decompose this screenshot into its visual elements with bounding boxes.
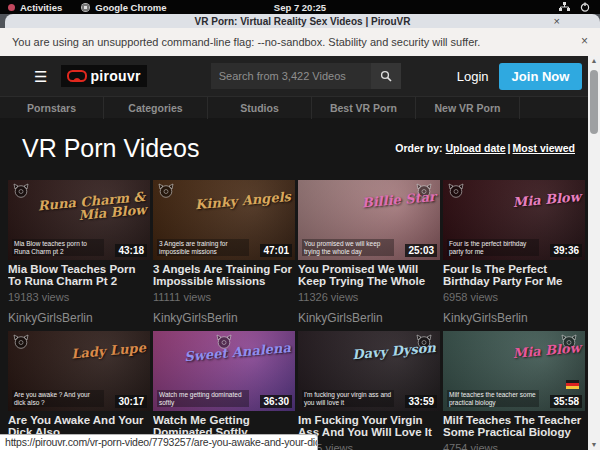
browser-tab[interactable]: VR Porn: Virtual Reality Sex Videos | Pi… xyxy=(5,14,600,28)
nav-item-categories[interactable]: Categories xyxy=(104,97,208,119)
video-card[interactable]: Runa Charm & Mia Blow Mia Blow teaches p… xyxy=(8,180,150,325)
video-thumbnail[interactable]: Davy Dyson I'm fucking your virgin ass a… xyxy=(298,331,440,411)
join-now-button[interactable]: Join Now xyxy=(499,63,583,90)
vr-headset-icon xyxy=(67,70,87,82)
nav-item-new-vr-porn[interactable]: New VR Porn xyxy=(416,97,520,119)
warning-text: You are using an unsupported command-lin… xyxy=(12,36,480,48)
video-card[interactable]: Sweet Analena Watch me getting dominated… xyxy=(153,331,295,450)
tab-close-icon[interactable]: × xyxy=(554,15,560,27)
order-by: Order by: Upload date|Most viewed xyxy=(395,142,575,154)
page-scrollbar[interactable]: ▲ ▼ xyxy=(588,56,600,450)
tab-title: VR Porn: Virtual Reality Sex Videos | Pi… xyxy=(195,16,411,27)
video-card[interactable]: Mia Blow Milf teaches the teacher some p… xyxy=(443,331,585,450)
video-thumbnail[interactable]: Mia Blow Milf teaches the teacher some p… xyxy=(443,331,585,411)
video-views: 4754 views xyxy=(443,442,585,450)
video-thumbnail[interactable]: Mia Blow Four is the perfect birthday pa… xyxy=(443,180,585,260)
search-box xyxy=(211,63,401,89)
video-title-link[interactable]: 3 Angels Are Training For Impossible Mis… xyxy=(153,263,295,287)
search-icon xyxy=(380,70,392,82)
order-by-most-viewed-link[interactable]: Most viewed xyxy=(513,142,575,154)
video-views: 19183 views xyxy=(8,291,150,303)
site-header: ☰ pirouvr Login Join Now xyxy=(0,56,600,96)
video-card[interactable]: Billie Star You promised we will keep tr… xyxy=(298,180,440,325)
system-top-bar: Activities Google Chrome Sep 7 20:25 xyxy=(0,0,600,14)
studio-watermark-icon xyxy=(158,183,174,198)
video-grid: Runa Charm & Mia Blow Mia Blow teaches p… xyxy=(8,180,585,450)
german-flag-icon xyxy=(566,380,579,389)
duration-badge: 47:01 xyxy=(260,244,292,257)
order-by-separator: | xyxy=(506,142,513,154)
duration-badge: 36:30 xyxy=(260,395,292,408)
studio-watermark-icon xyxy=(448,183,464,198)
video-title-link[interactable]: Four Is The Perfect Birthday Party For M… xyxy=(443,263,585,287)
studio-watermark-icon xyxy=(13,183,29,198)
thumbnail-caption-text: Four is the perfect birthday party for m… xyxy=(447,239,539,256)
thumbnail-caption-text: You promised we will keep trying the who… xyxy=(302,239,394,256)
order-by-upload-date-link[interactable]: Upload date xyxy=(446,142,506,154)
video-card[interactable]: Lady Lupe Are you awake ? And your dick … xyxy=(8,331,150,450)
thumbnail-caption-text: Mia Blow teaches porn to Runa Charm pt 2 xyxy=(12,239,104,256)
video-studio-link[interactable]: KinkyGirlsBerlin xyxy=(443,311,585,325)
video-studio-link[interactable]: KinkyGirlsBerlin xyxy=(153,311,295,325)
scrollbar-thumb[interactable] xyxy=(590,70,598,134)
thumbnail-headline-text: Mia Blow xyxy=(443,341,581,366)
duration-badge: 25:03 xyxy=(405,244,437,257)
status-url-bubble: https://pirouvr.com/vr-porn-video/779325… xyxy=(0,434,318,450)
search-button[interactable] xyxy=(371,63,401,89)
nav-item-pornstars[interactable]: Pornstars xyxy=(0,97,104,119)
order-by-label: Order by: xyxy=(395,142,442,154)
thumbnail-caption-text: Watch me getting dominated softly xyxy=(157,390,249,407)
scrollbar-down-icon[interactable]: ▼ xyxy=(588,440,600,450)
nav-item-studios[interactable]: Studios xyxy=(208,97,312,119)
thumbnail-caption-text: 3 Angels are training for impossible mis… xyxy=(157,239,249,256)
duration-badge: 33:59 xyxy=(405,395,437,408)
thumbnail-caption-text: Are you awake ? And your dick also ? xyxy=(12,390,104,407)
video-card[interactable]: Davy Dyson I'm fucking your virgin ass a… xyxy=(298,331,440,450)
video-card[interactable]: Mia Blow Four is the perfect birthday pa… xyxy=(443,180,585,325)
scrollbar-up-icon[interactable]: ▲ xyxy=(588,56,600,66)
thumbnail-caption-text: I'm fucking your virgin ass and you will… xyxy=(302,390,394,407)
video-views: 11326 views xyxy=(298,291,440,303)
video-thumbnail[interactable]: Billie Star You promised we will keep tr… xyxy=(298,180,440,260)
thumbnail-caption-text: Milf teaches the teacher some practical … xyxy=(447,390,539,407)
duration-badge: 35:58 xyxy=(550,395,582,408)
logo-text: pirouvr xyxy=(90,68,140,84)
page-title: VR Porn Videos xyxy=(22,134,199,163)
duration-badge: 39:36 xyxy=(550,244,582,257)
page-title-bar: VR Porn Videos Order by: Upload date|Mos… xyxy=(0,118,585,178)
login-link[interactable]: Login xyxy=(457,69,489,84)
site-viewport: ☰ pirouvr Login Join Now xyxy=(0,56,600,450)
video-thumbnail[interactable]: Lady Lupe Are you awake ? And your dick … xyxy=(8,331,150,411)
search-input[interactable] xyxy=(211,63,371,89)
video-title-link[interactable]: Milf Teaches The Teacher Some Practical … xyxy=(443,414,585,438)
video-views: 6958 views xyxy=(443,291,585,303)
warning-infobar: You are using an unsupported command-lin… xyxy=(0,28,600,56)
duration-badge: 43:18 xyxy=(115,244,147,257)
video-thumbnail[interactable]: Runa Charm & Mia Blow Mia Blow teaches p… xyxy=(8,180,150,260)
nav-item-best-vr-porn[interactable]: Best VR Porn xyxy=(312,97,416,119)
video-thumbnail[interactable]: Kinky Angels 3 Angels are training for i… xyxy=(153,180,295,260)
thumbnail-headline-text: Billie Star xyxy=(298,190,436,215)
video-thumbnail[interactable]: Sweet Analena Watch me getting dominated… xyxy=(153,331,295,411)
duration-badge: 30:17 xyxy=(115,395,147,408)
browser-tab-strip: VR Porn: Virtual Reality Sex Videos | Pi… xyxy=(0,14,600,28)
video-title-link[interactable]: Mia Blow Teaches Porn To Runa Charm Pt 2 xyxy=(8,263,150,287)
desktop-screen: Activities Google Chrome Sep 7 20:25 VR … xyxy=(0,0,600,450)
video-studio-link[interactable]: KinkyGirlsBerlin xyxy=(8,311,150,325)
studio-watermark-icon xyxy=(13,334,29,349)
video-card[interactable]: Kinky Angels 3 Angels are training for i… xyxy=(153,180,295,325)
video-studio-link[interactable]: KinkyGirlsBerlin xyxy=(298,311,440,325)
site-nav: Pornstars Categories Studios Best VR Por… xyxy=(0,96,600,118)
infobar-close-icon[interactable]: × xyxy=(581,34,588,48)
video-views: 11111 views xyxy=(153,291,295,303)
video-title-link[interactable]: You Promised We Will Keep Trying The Who… xyxy=(298,263,440,287)
video-views: 9705 views xyxy=(298,442,440,450)
thumbnail-headline-text: Davy Dyson xyxy=(298,341,436,366)
clock[interactable]: Sep 7 20:25 xyxy=(0,2,600,13)
site-logo[interactable]: pirouvr xyxy=(61,65,146,87)
hamburger-menu-icon[interactable]: ☰ xyxy=(34,69,47,84)
video-title-link[interactable]: Im Fucking Your Virgin Ass And You Will … xyxy=(298,414,440,438)
